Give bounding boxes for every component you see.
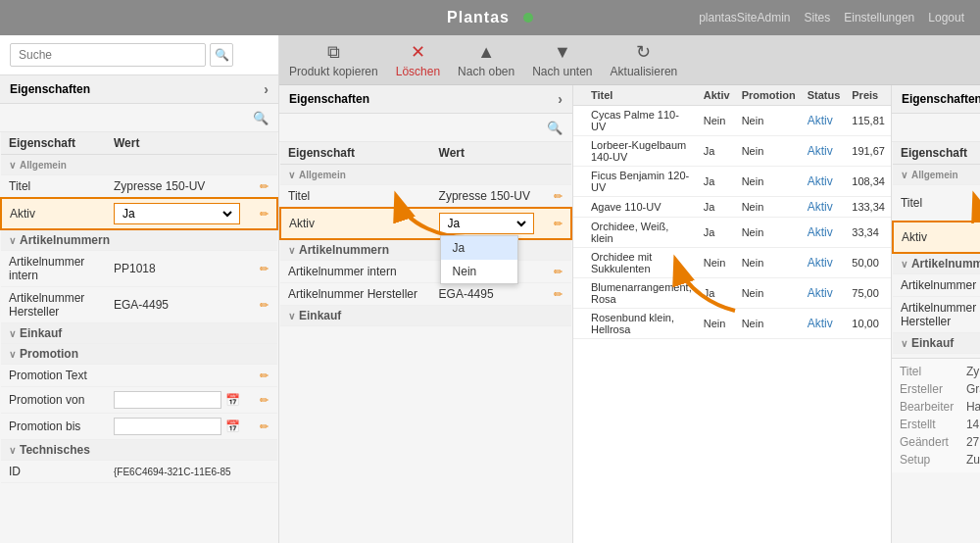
mid-prop-label-titel: Titel [280, 185, 431, 209]
left-panel-arrow[interactable]: › [264, 81, 269, 97]
edit-icon-artnr-intern[interactable]: ✏ [260, 263, 269, 274]
mid-prop-dropdown-aktiv: Ja Nein Ja Nein [431, 208, 542, 239]
list-cell-check [573, 136, 585, 167]
list-cell-status: Aktiv [802, 218, 847, 248]
mid-panel-header: Eigenschaften › [279, 85, 572, 114]
calendar-icon-von[interactable]: 📅 [225, 393, 240, 407]
left-search-input[interactable] [10, 43, 206, 67]
user-menu[interactable]: plantasSiteAdmin [699, 11, 790, 25]
list-cell-check [573, 218, 585, 248]
list-cell-preis: 191,67 [846, 136, 891, 167]
dropdown-option-nein[interactable]: Nein [441, 260, 517, 283]
list-item[interactable]: Rosenbund klein, Hellrosa Nein Nein Akti… [573, 309, 891, 339]
calendar-icon-bis[interactable]: 📅 [225, 420, 240, 433]
list-cell-titel: Lorbeer-Kugelbaum 140-UV [585, 136, 698, 167]
mid-prop-label-artnr-intern: Artikelnummer intern [280, 261, 431, 283]
left-col-value: Wert [106, 132, 248, 155]
section-technisches: ∨Technisches [1, 440, 277, 461]
list-item[interactable]: Agave 110-UV Ja Nein Aktiv 133,34 [573, 197, 891, 218]
copy-icon: ⧉ [327, 42, 340, 63]
list-item[interactable]: Lorbeer-Kugelbaum 140-UV Ja Nein Aktiv 1… [573, 136, 891, 167]
list-item[interactable]: Orchidee mit Sukkulenten Nein Nein Aktiv… [573, 248, 891, 278]
list-cell-preis: 50,00 [846, 248, 891, 278]
list-item[interactable]: Cycas Palme 110-UV Nein Nein Aktiv 115,8… [573, 106, 891, 136]
list-cell-preis: 10,00 [846, 309, 891, 339]
list-cell-status: Aktiv [802, 197, 847, 218]
table-row: Artikelnummer Hersteller EGA-4495 ✏ [280, 283, 571, 306]
list-cell-titel: Agave 110-UV [585, 197, 698, 218]
list-cell-preis: 33,34 [846, 218, 891, 248]
prop-label-promo-text: Promotion Text [1, 365, 106, 387]
up-label: Nach oben [458, 65, 514, 78]
section-promotion: ∨Promotion [1, 344, 277, 365]
list-cell-preis: 108,34 [846, 167, 891, 197]
list-item[interactable]: Ficus Benjamin 120-UV Ja Nein Aktiv 108,… [573, 167, 891, 197]
mid-edit-icon-artnr-intern[interactable]: ✏ [554, 266, 563, 277]
mid-edit-icon-aktiv[interactable]: ✏ [554, 218, 563, 229]
logout-button[interactable]: Logout [928, 11, 964, 25]
list-cell-check [573, 106, 585, 136]
left-sub-search: 🔍 [0, 104, 278, 132]
settings-menu[interactable]: Einstellungen [844, 11, 914, 25]
sites-menu[interactable]: Sites [805, 11, 831, 25]
mid-panel-arrow[interactable]: › [558, 91, 563, 107]
edit-icon-promo-von[interactable]: ✏ [260, 394, 269, 406]
edit-icon-titel[interactable]: ✏ [260, 180, 269, 192]
list-cell-status: Aktiv [802, 309, 847, 339]
mid-edit-icon-titel[interactable]: ✏ [554, 190, 563, 202]
list-col-check [573, 85, 585, 106]
dropdown-option-ja[interactable]: Ja [441, 236, 517, 260]
mid-props-table: Eigenschaft Wert ∨Allgemein Titel Zypres… [279, 142, 572, 326]
list-cell-preis: 115,81 [846, 106, 891, 136]
right-panel-header: Eigenschaften › [892, 85, 980, 114]
mid-edit-icon-artnr-hersteller[interactable]: ✏ [554, 288, 563, 300]
list-item[interactable]: Blumenarrangement, Rosa Ja Nein Aktiv 75… [573, 278, 891, 309]
edit-icon-artnr-hersteller[interactable]: ✏ [260, 299, 269, 311]
section-einkauf: ∨Einkauf [1, 323, 277, 344]
toolbar: ⧉ Produkt kopieren ✕ Löschen ▲ Nach oben… [279, 35, 980, 85]
mid-prop-value-titel: Zypresse 150-UV [431, 185, 542, 209]
table-row: Titel Zypresse 150-UV ✏ [1, 175, 277, 199]
aktiv-select-mid[interactable]: Ja Nein [444, 216, 529, 231]
promo-von-input[interactable] [114, 391, 221, 409]
refresh-label: Aktualisieren [611, 65, 678, 78]
up-button[interactable]: ▲ Nach oben [458, 42, 514, 78]
list-cell-promotion: Nein [736, 136, 802, 167]
right-section-artikelnummern: ∨Artikelnummern [893, 253, 980, 274]
mid-sub-search-icon[interactable]: 🔍 [545, 118, 564, 137]
left-sub-search-icon[interactable]: 🔍 [251, 108, 270, 127]
main-container: 🔍 Eigenschaften › 🔍 Eigenschaft Wert ∨Al… [0, 35, 980, 543]
list-cell-check [573, 278, 585, 309]
list-cell-promotion: Nein [736, 197, 802, 218]
list-cell-check [573, 197, 585, 218]
mid-section-artikelnummern: ∨Artikelnummern [280, 239, 571, 261]
prop-label-titel: Titel [1, 175, 106, 199]
prop-label-artnr-intern: Artikelnummer intern [1, 251, 106, 287]
edit-icon-promo-text[interactable]: ✏ [260, 370, 269, 381]
left-search-button[interactable]: 🔍 [210, 43, 233, 67]
down-button[interactable]: ▼ Nach unten [532, 42, 592, 78]
left-col-property: Eigenschaft [1, 132, 106, 155]
mid-table-row-aktiv: Aktiv Ja Nein Ja [280, 208, 571, 239]
prop-label-id: ID [1, 461, 106, 483]
copy-button[interactable]: ⧉ Produkt kopieren [289, 42, 378, 78]
list-cell-promotion: Nein [736, 309, 802, 339]
aktiv-select-left[interactable]: Ja Nein [119, 206, 235, 222]
list-item[interactable]: Orchidee, Weiß, klein Ja Nein Aktiv 33,3… [573, 218, 891, 248]
list-cell-promotion: Nein [736, 218, 802, 248]
prop-value-artnr-hersteller: EGA-4495 [106, 287, 248, 323]
promo-bis-input[interactable] [114, 418, 221, 435]
panels-relative: Eigenschaften › 🔍 Eigenschaft Wert [279, 85, 980, 543]
list-cell-titel: Blumenarrangement, Rosa [585, 278, 698, 309]
table-row: Artikelnummer Hersteller EGA-4495 ✏ [1, 287, 277, 323]
refresh-button[interactable]: ↻ Aktualisieren [611, 41, 678, 78]
mid-prop-label-artnr-hersteller: Artikelnummer Hersteller [280, 283, 431, 306]
edit-icon-aktiv[interactable]: ✏ [260, 208, 269, 220]
list-cell-aktiv: Ja [698, 197, 736, 218]
list-cell-aktiv: Ja [698, 167, 736, 197]
delete-button[interactable]: ✕ Löschen [396, 41, 440, 78]
info-ersteller: Graf Johannes [966, 380, 980, 398]
prop-label-promo-bis: Promotion bis [1, 414, 106, 440]
edit-icon-promo-bis[interactable]: ✏ [260, 420, 269, 432]
mid-section-einkauf: ∨Einkauf [280, 306, 571, 326]
